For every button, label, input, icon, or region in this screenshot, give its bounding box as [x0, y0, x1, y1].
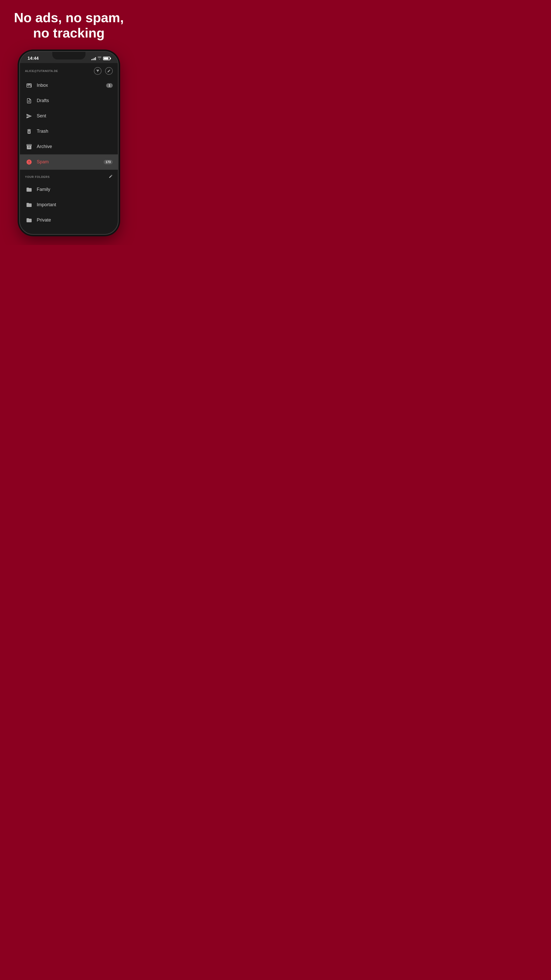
inbox-icon — [25, 81, 33, 89]
sidebar-item-inbox[interactable]: Inbox 1 — [20, 78, 118, 93]
header-icons — [94, 67, 113, 75]
private-label: Private — [37, 218, 113, 223]
phone-frame: 14:44 — [19, 51, 119, 235]
folders-title: YOUR FOLDERS — [25, 175, 50, 178]
sent-label: Sent — [37, 113, 113, 119]
sidebar-item-family[interactable]: Family — [20, 182, 118, 197]
trash-label: Trash — [37, 129, 113, 134]
important-label: Important — [37, 202, 113, 207]
wifi-icon — [97, 56, 102, 60]
inbox-badge: 1 — [106, 83, 113, 88]
compose-button[interactable] — [105, 67, 113, 75]
headline-section: No ads, no spam, no tracking — [0, 0, 138, 48]
sidebar-item-important[interactable]: Important — [20, 197, 118, 213]
sidebar-item-sent[interactable]: Sent — [20, 108, 118, 124]
phone-notch — [52, 52, 86, 59]
headline-text: No ads, no spam, no tracking — [8, 10, 130, 41]
folders-edit-button[interactable] — [109, 174, 113, 180]
account-email: ALICE@TUTANOTA.DE — [25, 69, 58, 73]
sidebar-item-private[interactable]: Private — [20, 213, 118, 228]
headline-line1: No ads, no spam, — [14, 10, 124, 25]
screen-content[interactable]: ALICE@TUTANOTA.DE — [20, 63, 118, 231]
inbox-label: Inbox — [37, 83, 106, 88]
sidebar-item-spam[interactable]: Spam 173 — [20, 154, 118, 170]
family-folder-icon — [25, 186, 33, 194]
spam-label: Spam — [37, 159, 103, 165]
spam-badge: 173 — [103, 160, 113, 164]
trash-icon — [25, 127, 33, 135]
sidebar-item-drafts[interactable]: Drafts — [20, 93, 118, 108]
important-folder-icon — [25, 201, 33, 209]
account-header: ALICE@TUTANOTA.DE — [20, 63, 118, 78]
signal-icon — [91, 57, 96, 60]
private-folder-icon — [25, 216, 33, 224]
battery-icon — [103, 57, 110, 60]
filter-button[interactable] — [94, 67, 102, 75]
status-icons — [91, 56, 110, 60]
archive-icon — [25, 143, 33, 151]
sidebar-item-archive[interactable]: Archive — [20, 139, 118, 154]
family-label: Family — [37, 187, 113, 192]
headline-line2: no tracking — [33, 25, 105, 40]
drafts-icon — [25, 97, 33, 105]
drafts-label: Drafts — [37, 98, 113, 103]
phone-mockup: 14:44 — [19, 51, 119, 235]
sidebar-item-trash[interactable]: Trash — [20, 124, 118, 139]
sent-icon — [25, 112, 33, 120]
folders-section-header: YOUR FOLDERS — [20, 170, 118, 182]
archive-label: Archive — [37, 144, 113, 149]
add-folder-item[interactable]: + Add folder — [20, 228, 118, 231]
status-time: 14:44 — [27, 56, 38, 61]
spam-icon — [25, 158, 33, 166]
